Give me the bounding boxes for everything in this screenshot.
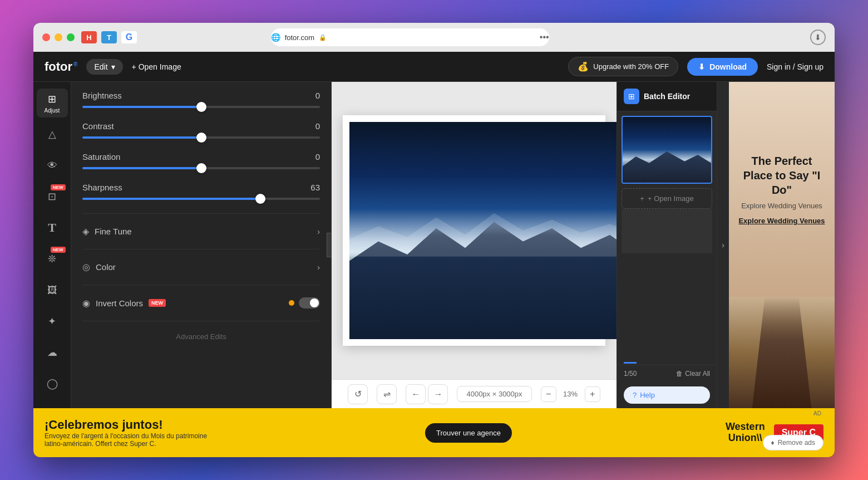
signin-button[interactable]: Sign in / Sign up	[767, 62, 823, 71]
prev-button[interactable]: ←	[406, 384, 426, 404]
western-union-text: WesternUnion\\	[726, 422, 765, 444]
open-image-panel-button[interactable]: + + Open Image	[622, 188, 712, 209]
edit-button[interactable]: Edit ▾	[86, 59, 122, 75]
sidebar-item-text[interactable]: T	[37, 213, 68, 242]
sharpness-thumb[interactable]	[255, 194, 265, 204]
snow-caps	[349, 213, 617, 257]
invert-dot-icon	[289, 300, 294, 306]
image-canvas	[349, 122, 617, 339]
frames-icon: ⊡	[48, 190, 56, 203]
traffic-lights	[42, 33, 75, 41]
collapse-panel-button[interactable]: ‹	[327, 233, 332, 257]
saturation-section: Saturation 0	[82, 152, 320, 169]
canvas-toolbar: ↺ ⇌ ← → 4000px × 3000px − 13% +	[332, 379, 617, 408]
invert-toggle[interactable]	[299, 297, 320, 308]
batch-editor-icon: ⊞	[624, 89, 639, 104]
right-ad-subtitle: Explore Wedding Venues	[741, 202, 822, 210]
invert-label: Invert Colors	[96, 298, 143, 308]
zoom-controls: − 13% +	[541, 386, 600, 402]
minimize-traffic-light[interactable]	[55, 33, 62, 41]
new-badge-stickers: NEW	[51, 247, 66, 253]
upgrade-button[interactable]: 💰 Upgrade with 20% OFF	[568, 57, 678, 76]
extension-icon-red[interactable]: H	[81, 31, 97, 43]
invert-controls	[289, 297, 320, 308]
close-traffic-light[interactable]	[42, 33, 50, 41]
open-image-header-button[interactable]: + Open Image	[132, 62, 181, 71]
brightness-slider[interactable]	[82, 106, 320, 108]
fine-tune-row[interactable]: ◈ Fine Tune ›	[82, 218, 320, 244]
help-label: Help	[640, 391, 655, 399]
download-button[interactable]: ⬇ Download	[687, 58, 758, 76]
right-ad-cta-button[interactable]: Explore Wedding Venues	[738, 217, 825, 225]
next-button[interactable]: →	[428, 384, 448, 404]
logo: fotor ®	[45, 60, 77, 74]
clear-all-button[interactable]: 🗑 Clear All	[676, 370, 710, 378]
rotate-button[interactable]: ↺	[348, 384, 368, 404]
contrast-slider[interactable]	[82, 136, 320, 139]
ad-label: AD	[813, 410, 821, 417]
western-union-logo: WesternUnion\\	[726, 422, 765, 444]
brightness-thumb[interactable]	[196, 102, 206, 112]
thumb-mountain	[623, 150, 711, 183]
zoom-out-button[interactable]: −	[541, 386, 556, 402]
divider-3	[82, 285, 320, 285]
help-button[interactable]: ? Help	[624, 386, 710, 404]
contrast-value: 0	[315, 121, 320, 131]
right-panel-bottom: 1/50 🗑 Clear All	[617, 365, 717, 382]
lock-icon: 🔒	[319, 34, 327, 41]
new-badge-invert: NEW	[149, 299, 166, 307]
thumbnail-area: + + Open Image	[617, 111, 717, 362]
invert-colors-row: ◉ Invert Colors NEW	[82, 290, 320, 316]
app-header: fotor ® Edit ▾ + Open Image 💰 Upgrade wi…	[33, 52, 835, 82]
browser-download-icon[interactable]: ⬇	[810, 30, 826, 45]
contrast-label-row: Contrast 0	[82, 121, 320, 131]
contrast-thumb[interactable]	[196, 133, 206, 143]
flip-button[interactable]: ⇌	[377, 384, 397, 404]
brightness-section: Brightness 0	[82, 91, 320, 108]
sidebar-item-effects[interactable]: 🖼	[37, 276, 68, 305]
sidebar-item-ai[interactable]: ✦	[37, 307, 68, 336]
ai-icon: ✦	[48, 315, 56, 327]
canvas-container	[332, 82, 617, 379]
sidebar-item-eye[interactable]: 👁	[37, 151, 68, 180]
sidebar-item-beauty[interactable]: △	[37, 120, 68, 149]
ad-text-area: ¡Celebremos juntos! Envoyez de l'argent …	[45, 418, 211, 448]
extension-icon-blue[interactable]: T	[101, 31, 117, 43]
sharpness-slider[interactable]	[82, 198, 320, 200]
more-options-icon[interactable]: •••	[540, 32, 549, 42]
clear-all-label: Clear All	[685, 370, 710, 378]
main-thumbnail[interactable]	[622, 116, 712, 184]
sidebar-item-cloud[interactable]: ☁	[37, 338, 68, 367]
chevron-down-icon: ▾	[111, 62, 115, 71]
saturation-slider[interactable]	[82, 167, 320, 169]
beauty-icon: △	[48, 128, 56, 140]
ad-banner: ¡Celebremos juntos! Envoyez de l'argent …	[33, 408, 835, 457]
color-row[interactable]: ◎ Color ›	[82, 254, 320, 280]
sidebar-item-adjust[interactable]: ⊞ Adjust	[37, 89, 68, 117]
zoom-in-button[interactable]: +	[585, 386, 600, 402]
sidebar-item-frames[interactable]: NEW ⊡	[37, 182, 68, 211]
extension-icon-google[interactable]: G	[121, 31, 137, 43]
color-left: ◎ Color	[82, 262, 116, 272]
ad-cta-button[interactable]: Trouver une agence	[425, 423, 512, 443]
dimension-display: 4000px × 3000px	[457, 386, 531, 402]
ad-title: ¡Celebremos juntos!	[45, 418, 211, 432]
saturation-value: 0	[315, 152, 320, 161]
remove-ads-button[interactable]: ♦ Remove ads	[763, 435, 824, 450]
nav-buttons: ← →	[406, 384, 448, 404]
batch-editor-header: ⊞ Batch Editor	[617, 82, 717, 111]
sidebar-item-circle[interactable]: ◯	[37, 369, 68, 398]
divider-1	[82, 213, 320, 214]
brightness-value: 0	[315, 91, 320, 100]
browser-right-icons: ⬇	[810, 30, 826, 45]
effects-icon: 🖼	[47, 285, 57, 296]
expand-right-panel-button[interactable]: ›	[717, 82, 729, 408]
maximize-traffic-light[interactable]	[67, 33, 75, 41]
open-image-label: + Open Image	[132, 62, 181, 71]
fine-tune-icon: ◈	[82, 226, 89, 237]
edit-label: Edit	[94, 62, 107, 71]
ad-subtitle: Envoyez de l'argent à l'occasion du Mois…	[45, 432, 211, 448]
saturation-thumb[interactable]	[196, 163, 206, 173]
address-bar[interactable]: 🌐 fotor.com 🔒 •••	[271, 28, 549, 46]
sidebar-item-stickers[interactable]: NEW ❊	[37, 244, 68, 273]
